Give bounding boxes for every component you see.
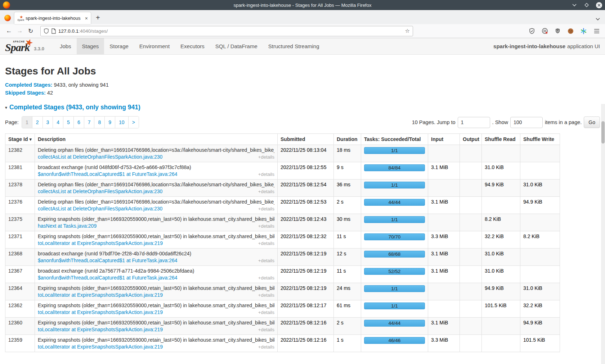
pagination-row: Page: 12345678910> 10 Pages. Jump to . S… — [5, 116, 600, 128]
pages-info: 10 Pages. Jump to — [412, 119, 456, 125]
output-cell — [460, 266, 482, 283]
page-button-10[interactable]: 10 — [115, 117, 129, 128]
output-cell — [460, 145, 482, 162]
stage-detail-link[interactable]: toLocalIterator at ExpireSnapshotsSparkA… — [38, 327, 163, 332]
details-toggle[interactable]: +details — [258, 206, 274, 211]
jump-to-input[interactable] — [458, 117, 490, 128]
column-header-shuffle-read[interactable]: Shuffle Read — [482, 134, 520, 145]
stage-detail-link[interactable]: $anonfun$withThreadLocalCaptured$1 at Fu… — [38, 275, 178, 281]
column-header-submitted[interactable]: Submitted — [278, 134, 334, 145]
skipped-stages-value: 42 — [47, 90, 53, 96]
new-tab-button[interactable]: + — [96, 14, 100, 22]
page-button-6[interactable]: 6 — [74, 117, 84, 128]
column-header-duration[interactable]: Duration — [334, 134, 361, 145]
nav-item-environment[interactable]: Environment — [134, 38, 175, 54]
page-button-2[interactable]: 2 — [32, 117, 43, 128]
url-bar[interactable]: 127.0.0.1:4040/stages/ ☆ — [40, 26, 413, 36]
scrollbar-thumb[interactable] — [601, 121, 605, 144]
tasks-progress-bar: 1/1 — [364, 182, 425, 188]
details-toggle[interactable]: +details — [258, 292, 274, 298]
bookmark-star-icon[interactable]: ☆ — [405, 28, 410, 34]
site-info-icon[interactable] — [51, 28, 56, 34]
details-toggle[interactable]: +details — [258, 223, 274, 229]
details-toggle[interactable]: +details — [258, 154, 274, 160]
column-header-input[interactable]: Input — [428, 134, 460, 145]
spark-brand[interactable]: APACHE Spark ★ 3.3.0 — [0, 38, 49, 54]
nav-item-sql-dataframe[interactable]: SQL / DataFrame — [210, 38, 263, 54]
details-toggle[interactable]: +details — [258, 172, 274, 177]
submitted-cell: 2022/11/25 08:12:19 — [278, 283, 334, 300]
shuffle-write-cell: 94.9 KiB — [520, 197, 560, 214]
tab-close-icon[interactable]: × — [85, 15, 88, 21]
scrollbar[interactable] — [601, 104, 605, 364]
shuffle-read-cell: 31.0 KiB — [482, 162, 520, 179]
collapse-arrow-icon: ▾ — [5, 105, 7, 110]
details-toggle[interactable]: +details — [258, 327, 274, 332]
tasks-progress-label: 52/52 — [389, 269, 401, 274]
stage-detail-link[interactable]: toLocalIterator at ExpireSnapshotsSparkA… — [38, 309, 163, 315]
stage-id-cell: 12364 — [5, 283, 35, 300]
output-cell — [460, 318, 482, 335]
browser-tab[interactable]: ★Spark spark-ingest-into-lakehous × — [14, 12, 91, 24]
tasks-progress-bar: 84/84 — [364, 164, 425, 171]
column-header-stage-id[interactable]: Stage Id ▾ — [5, 134, 35, 145]
column-header-shuffle-write[interactable]: Shuffle Write — [520, 134, 560, 145]
cookie-extension-icon[interactable] — [567, 28, 574, 35]
firefox-icon-small[interactable] — [4, 15, 11, 21]
column-header-output[interactable]: Output — [460, 134, 482, 145]
details-toggle[interactable]: +details — [258, 310, 274, 315]
page-button-4[interactable]: 4 — [53, 117, 63, 128]
go-button[interactable]: Go — [584, 117, 600, 128]
stage-detail-link[interactable]: $anonfun$withThreadLocalCaptured$1 at Fu… — [38, 258, 178, 263]
details-toggle[interactable]: +details — [258, 241, 274, 246]
page-button->[interactable]: > — [129, 117, 139, 128]
reload-icon[interactable]: ↻ — [25, 27, 36, 35]
details-toggle[interactable]: +details — [258, 275, 274, 281]
page-button-3[interactable]: 3 — [43, 117, 53, 128]
details-toggle[interactable]: +details — [258, 344, 274, 350]
nav-item-executors[interactable]: Executors — [175, 38, 210, 54]
page-button-8[interactable]: 8 — [94, 117, 105, 128]
duration-cell: 2 s — [334, 197, 361, 214]
ublock-shield-icon[interactable] — [554, 28, 561, 35]
show-items-input[interactable] — [510, 117, 543, 128]
column-header-tasks-succeeded-total[interactable]: Tasks: Succeeded/Total — [361, 134, 428, 145]
nav-item-structured-streaming[interactable]: Structured Streaming — [263, 38, 325, 54]
url-text[interactable]: 127.0.0.1:4040/stages/ — [58, 28, 403, 34]
list-tabs-icon[interactable] — [596, 18, 600, 21]
stage-detail-link[interactable]: toLocalIterator at ExpireSnapshotsSparkA… — [38, 240, 163, 246]
shield-permissions-icon[interactable] — [44, 28, 49, 34]
stage-detail-link[interactable]: $anonfun$withThreadLocalCaptured$1 at Fu… — [38, 171, 178, 177]
page-button-5[interactable]: 5 — [63, 117, 74, 128]
tab-title: spark-ingest-into-lakehous — [26, 15, 82, 21]
stage-detail-link[interactable]: collectAsList at DeleteOrphanFilesSparkA… — [38, 206, 162, 211]
input-cell: 3.1 MiB — [428, 249, 460, 266]
completed-stages-section-toggle[interactable]: ▾ Completed Stages (9433, only showing 9… — [5, 104, 600, 111]
stage-detail-link[interactable]: collectAsList at DeleteOrphanFilesSparkA… — [38, 188, 162, 194]
mask-extension-icon[interactable] — [541, 28, 548, 35]
stage-detail-link[interactable]: collectAsList at DeleteOrphanFilesSparkA… — [38, 154, 162, 160]
skipped-stages-stat: Skipped Stages: 42 — [5, 90, 600, 96]
firefox-icon[interactable] — [3, 1, 10, 9]
minimize-icon[interactable] — [571, 2, 578, 8]
shield-check-extension-icon[interactable] — [528, 28, 535, 35]
nav-item-jobs[interactable]: Jobs — [54, 38, 77, 54]
stage-detail-link[interactable]: toLocalIterator at ExpireSnapshotsSparkA… — [38, 292, 163, 298]
page-button-7[interactable]: 7 — [84, 117, 95, 128]
back-icon[interactable]: ← — [4, 27, 14, 35]
column-header-description[interactable]: Description — [35, 134, 278, 145]
colorful-asterisk-extension-icon[interactable] — [580, 28, 587, 35]
nav-item-stages[interactable]: Stages — [77, 38, 104, 54]
stage-detail-link[interactable]: toLocalIterator at ExpireSnapshotsSparkA… — [38, 344, 163, 350]
close-icon[interactable] — [596, 2, 602, 8]
maximize-icon[interactable] — [583, 2, 590, 8]
duration-cell: 2 s — [334, 318, 361, 335]
menu-icon[interactable] — [593, 28, 600, 35]
page-button-9[interactable]: 9 — [105, 117, 115, 128]
details-toggle[interactable]: +details — [258, 189, 274, 194]
page-button-1[interactable]: 1 — [22, 117, 32, 128]
details-toggle[interactable]: +details — [258, 258, 274, 263]
input-cell: 3.1 MiB — [428, 197, 460, 214]
stage-detail-link[interactable]: hasNext at Tasks.java:209 — [38, 223, 97, 229]
nav-item-storage[interactable]: Storage — [104, 38, 134, 54]
